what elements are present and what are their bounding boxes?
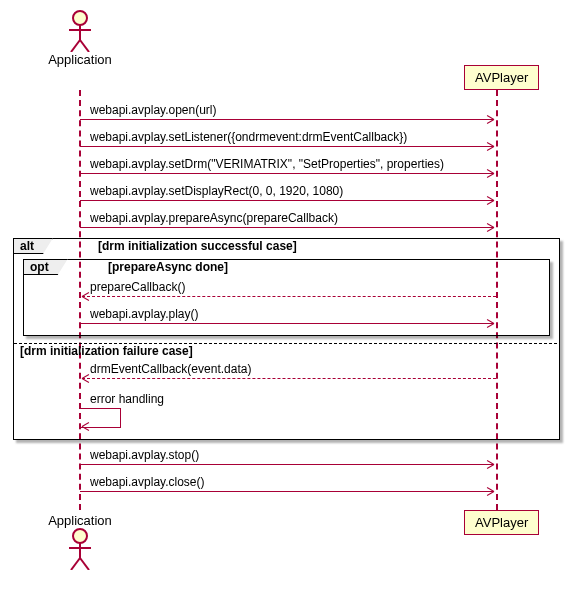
- msg-play: webapi.avplay.play(): [90, 307, 199, 321]
- msg-close: webapi.avplay.close(): [90, 475, 205, 489]
- fragment-opt-label: opt: [23, 259, 68, 275]
- selfloop-errorhandling: [80, 408, 121, 428]
- sequence-diagram: Application AVPlayer webapi.avplay.open(…: [10, 10, 570, 593]
- msg-setdrm: webapi.avplay.setDrm("VERIMATRIX", "SetP…: [90, 157, 444, 171]
- svg-line-8: [71, 558, 80, 570]
- msg-open: webapi.avplay.open(url): [90, 103, 217, 117]
- arrow-setlistener: [80, 146, 494, 147]
- arrow-setdisplayrect: [80, 200, 494, 201]
- fragment-alt-cond1: [drm initialization successful case]: [98, 239, 297, 253]
- msg-prepareasync: webapi.avplay.prepareAsync(prepareCallba…: [90, 211, 338, 225]
- actor-application-bottom: Application: [40, 513, 120, 570]
- actor-application-label-bottom: Application: [40, 513, 120, 528]
- svg-point-0: [73, 11, 87, 25]
- svg-line-4: [80, 40, 89, 52]
- svg-line-3: [71, 40, 80, 52]
- arrow-prepareasync: [80, 227, 494, 228]
- fragment-opt: opt: [23, 259, 550, 336]
- msg-preparecallback: prepareCallback(): [90, 280, 185, 294]
- arrow-open: [80, 119, 494, 120]
- svg-point-5: [73, 529, 87, 543]
- msg-errorhandling: error handling: [90, 392, 164, 406]
- arrow-play: [80, 323, 494, 324]
- arrow-setdrm: [80, 173, 494, 174]
- msg-setlistener: webapi.avplay.setListener({ondrmevent:dr…: [90, 130, 407, 144]
- participant-avplayer-bottom: AVPlayer: [464, 510, 539, 535]
- arrow-stop: [80, 464, 494, 465]
- msg-drmeventcallback: drmEventCallback(event.data): [90, 362, 251, 376]
- msg-setdisplayrect: webapi.avplay.setDisplayRect(0, 0, 1920,…: [90, 184, 343, 198]
- participant-avplayer-top: AVPlayer: [464, 65, 539, 90]
- actor-application-label-top: Application: [40, 52, 120, 67]
- actor-application-top: Application: [40, 10, 120, 67]
- fragment-opt-cond: [prepareAsync done]: [108, 260, 228, 274]
- fragment-alt-label: alt: [13, 238, 53, 254]
- arrow-preparecallback: [82, 296, 496, 297]
- svg-line-9: [80, 558, 89, 570]
- arrow-close: [80, 491, 494, 492]
- fragment-alt-cond2: [drm initialization failure case]: [20, 344, 193, 358]
- arrow-drmeventcallback: [82, 378, 496, 379]
- msg-stop: webapi.avplay.stop(): [90, 448, 199, 462]
